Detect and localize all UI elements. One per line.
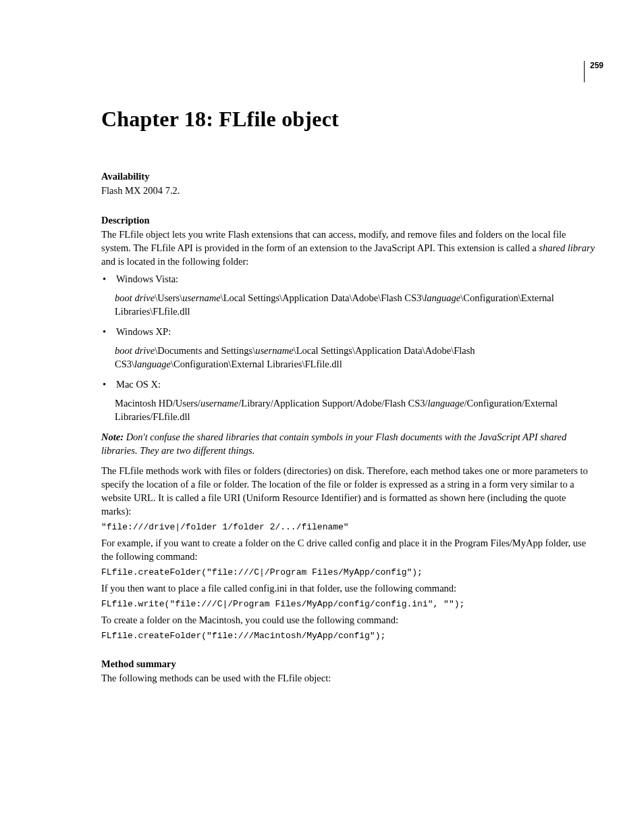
code-example2: FLfile.write("file:///C|/Program Files/M… — [101, 599, 597, 609]
bullet-icon: • — [101, 377, 116, 391]
example3-text: To create a folder on the Macintosh, you… — [101, 613, 597, 627]
bullet-path: Macintosh HD/Users/username/Library/Appl… — [115, 396, 597, 423]
code-example3: FLfile.createFolder("file:///Macintosh/M… — [101, 631, 597, 641]
bullet-icon: • — [101, 272, 116, 286]
page: 259 Chapter 18: FLfile object Availabili… — [0, 0, 644, 728]
list-item: •Windows Vista:boot drive\Users\username… — [101, 272, 597, 318]
description-intro-pre: The FLfile object lets you write Flash e… — [101, 229, 566, 253]
example1-text: For example, if you want to create a fol… — [101, 536, 597, 563]
page-number: 259 — [584, 61, 603, 82]
bullet-path: boot drive\Documents and Settings\userna… — [115, 344, 597, 371]
bullet-path: boot drive\Users\username\Local Settings… — [115, 291, 597, 318]
chapter-title: Chapter 18: FLfile object — [101, 107, 597, 132]
code-example1: FLfile.createFolder("file:///C|/Program … — [101, 567, 597, 577]
note-label: Note: — [101, 432, 124, 442]
description-intro-post: and is located in the following folder: — [101, 256, 248, 267]
bullet-label: Windows Vista: — [116, 272, 178, 286]
note-text: Don't confuse the shared libraries that … — [101, 432, 566, 456]
list-item: •Windows XP:boot drive\Documents and Set… — [101, 325, 597, 371]
bullet-label: Windows XP: — [116, 325, 171, 338]
code-uri-format: "file:///drive|/folder 1/folder 2/.../fi… — [101, 522, 597, 532]
method-summary-text: The following methods can be used with t… — [101, 671, 597, 685]
description-note: Note: Don't confuse the shared libraries… — [101, 430, 597, 457]
availability-text: Flash MX 2004 7.2. — [101, 184, 597, 197]
description-heading: Description — [101, 215, 597, 226]
platform-list: •Windows Vista:boot drive\Users\username… — [101, 272, 597, 423]
method-summary-heading: Method summary — [101, 658, 597, 670]
description-intro: The FLfile object lets you write Flash e… — [101, 228, 597, 268]
list-item: •Mac OS X:Macintosh HD/Users/username/Li… — [101, 377, 597, 423]
example2-text: If you then want to place a file called … — [101, 581, 597, 595]
bullet-icon: • — [101, 325, 116, 338]
description-intro-em: shared library — [539, 242, 595, 253]
bullet-label: Mac OS X: — [116, 377, 161, 391]
methods-paragraph: The FLfile methods work with files or fo… — [101, 464, 597, 518]
availability-heading: Availability — [101, 171, 597, 182]
